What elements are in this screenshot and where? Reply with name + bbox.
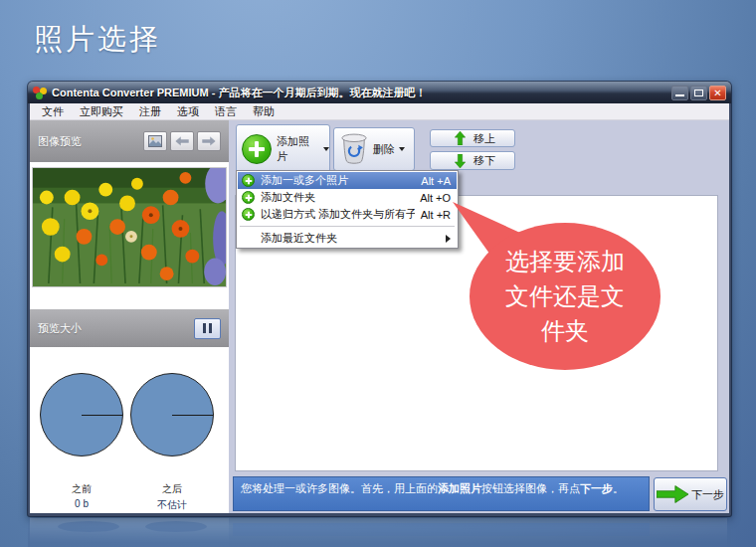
menu-separator <box>240 226 455 227</box>
menu-language[interactable]: 语言 <box>207 104 245 119</box>
flower-photo <box>32 167 227 287</box>
next-image-button[interactable] <box>197 131 221 151</box>
menu-help[interactable]: 帮助 <box>245 104 283 119</box>
green-arrow-up-icon <box>455 131 466 145</box>
minimize-icon[interactable] <box>671 86 688 100</box>
preview-image-button[interactable] <box>143 131 167 151</box>
image-icon <box>148 135 162 147</box>
menu-item-label: 添加一或多个照片 <box>261 173 415 188</box>
window-reflection <box>28 518 731 547</box>
callout-line: 选择要添加 <box>471 245 660 279</box>
image-preview-header: 图像预览 <box>30 120 229 162</box>
move-up-label: 移上 <box>473 131 495 146</box>
sidebar: 图像预览 <box>30 120 229 513</box>
delete-label: 删除 <box>373 142 395 157</box>
callout-line: 文件还是文 <box>471 279 660 314</box>
add-photos-dropdown-menu: 添加一或多个照片 Alt +A 添加文件夹 Alt +O 以递归方式 添加文件夹… <box>236 170 459 249</box>
status-bar: 您将处理一或许多图像。首先，用上面的添加照片按钮选择图像，再点下一步。 <box>233 476 650 511</box>
status-text-add-photos: 添加照片 <box>438 482 481 494</box>
delete-button[interactable]: 删除 <box>333 127 415 171</box>
menu-item-label: 以递归方式 添加文件夹与所有子文件夹 <box>261 207 415 222</box>
green-plus-icon <box>242 208 255 221</box>
before-size-pie <box>40 373 123 456</box>
menu-buy-now[interactable]: 立即购买 <box>72 104 131 119</box>
recycle-bin-icon <box>340 132 368 166</box>
window-controls <box>671 86 726 100</box>
status-text-next: 下一步 <box>580 482 613 494</box>
after-size-pie <box>130 373 214 456</box>
window-titlebar: Contenta Converter PREMIUM - 产品将在一个月期后到期… <box>28 82 731 103</box>
menu-item-add-folder-recursive[interactable]: 以递归方式 添加文件夹与所有子文件夹 Alt +R <box>238 206 457 223</box>
image-preview-panel <box>30 162 229 309</box>
after-value: 不估计 <box>130 498 214 512</box>
pause-icon[interactable] <box>194 318 221 339</box>
window-title: Contenta Converter PREMIUM - 产品将在一个月期后到期… <box>52 86 671 100</box>
move-down-button[interactable]: 移下 <box>430 151 515 170</box>
add-photos-label: 添加照片 <box>277 134 319 164</box>
menu-item-add-folder[interactable]: 添加文件夹 Alt +O <box>238 189 457 206</box>
menu-register[interactable]: 注册 <box>131 104 169 119</box>
green-plus-icon <box>242 134 272 164</box>
app-logo-icon <box>33 87 47 99</box>
menu-item-shortcut: Alt +A <box>421 175 451 187</box>
add-photos-button[interactable]: 添加照片 <box>236 124 330 173</box>
page-title: 照片选择 <box>34 20 161 60</box>
previous-image-button[interactable] <box>170 131 194 151</box>
status-text: 按钮选择图像，再点 <box>481 482 580 494</box>
close-icon[interactable] <box>709 86 726 100</box>
preview-size-label: 预览大小 <box>38 321 194 336</box>
preview-size-header: 预览大小 <box>30 309 229 347</box>
callout-line: 件夹 <box>471 314 660 349</box>
status-text: 。 <box>613 482 624 494</box>
green-arrow-right-icon <box>657 485 688 503</box>
arrow-left-icon <box>175 136 189 146</box>
after-label: 之后 <box>130 482 214 496</box>
image-preview-label: 图像预览 <box>38 134 140 149</box>
move-up-button[interactable]: 移上 <box>430 129 515 147</box>
menu-file[interactable]: 文件 <box>34 104 72 119</box>
arrow-right-icon <box>202 136 216 146</box>
before-label: 之前 <box>40 482 123 496</box>
menu-item-add-photos[interactable]: 添加一或多个照片 Alt +A <box>238 172 457 189</box>
size-stats-panel: 之前 0 b 之后 不估计 <box>30 347 229 513</box>
menu-item-label: 添加最近文件夹 <box>261 231 440 246</box>
next-step-label: 下一步 <box>691 487 724 502</box>
caret-down-icon <box>323 147 329 151</box>
menu-item-label: 添加文件夹 <box>261 190 414 205</box>
before-value: 0 b <box>40 498 123 509</box>
tutorial-slide: 照片选择 Contenta Converter PREMIUM - 产品将在一个… <box>0 0 756 547</box>
after-size-stat: 之后 不估计 <box>130 482 214 512</box>
green-plus-icon <box>242 174 255 187</box>
menu-options[interactable]: 选项 <box>169 104 207 119</box>
green-arrow-down-icon <box>455 154 466 168</box>
move-down-label: 移下 <box>473 153 495 168</box>
caret-down-icon <box>399 147 405 151</box>
menu-bar: 文件 立即购买 注册 选项 语言 帮助 <box>30 103 729 120</box>
callout-text: 选择要添加 文件还是文 件夹 <box>471 245 660 349</box>
maximize-icon[interactable] <box>690 86 707 100</box>
status-text: 您将处理一或许多图像。首先，用上面的 <box>241 482 438 494</box>
before-size-stat: 之前 0 b <box>40 482 123 509</box>
menu-item-add-recent-folder[interactable]: 添加最近文件夹 <box>238 230 457 247</box>
green-plus-icon <box>242 191 255 204</box>
next-step-button[interactable]: 下一步 <box>654 477 727 511</box>
